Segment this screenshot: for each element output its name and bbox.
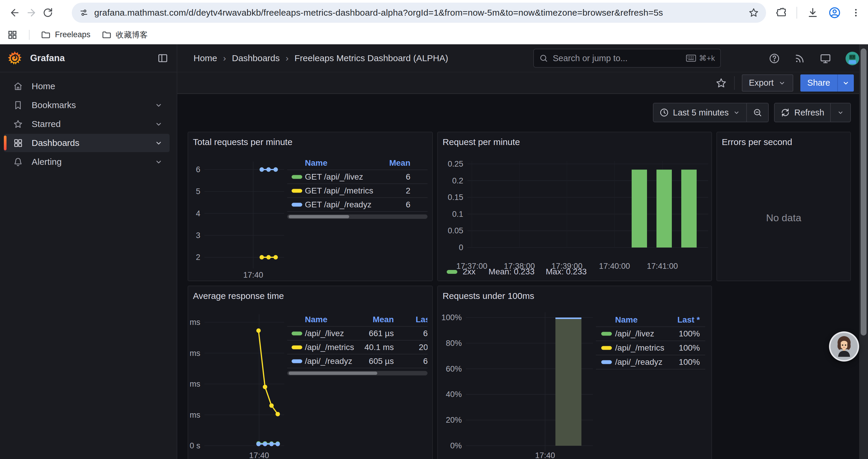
menu-kebab-icon[interactable] [851,8,861,18]
chevron-down-icon[interactable] [154,101,163,109]
site-settings-icon[interactable] [79,8,89,18]
browser-chrome: grafana.mathmast.com/d/deytv4rwavabkb/fr… [0,0,868,44]
legend-scrollbar-track[interactable] [287,215,428,219]
legend-column-header[interactable]: Last * [416,315,428,324]
svg-text:3: 3 [196,231,200,240]
legend-row[interactable]: /api/_/livez100% [596,327,705,341]
legend-cell: 2 [406,186,410,196]
bookmark-icon [13,100,23,110]
breadcrumb-dashboards[interactable]: Dashboards [232,53,280,63]
panel-total-requests[interactable]: Total requests per minute 6543217:40 Nam… [188,132,433,281]
legend-row[interactable]: GET /api/_/metrics2 [287,184,428,198]
legend-column-header[interactable]: Mean [389,158,410,168]
series-color-pill [291,345,302,349]
sidebar-item-alerting[interactable]: Alerting [4,153,169,171]
chevron-down-icon [837,109,844,117]
svg-text:17:40: 17:40 [243,270,263,280]
sidebar-item-bookmarks[interactable]: Bookmarks [4,96,169,114]
browser-toolbar: grafana.mathmast.com/d/deytv4rwavabkb/fr… [0,0,868,25]
refresh-button[interactable]: Refresh [775,103,830,122]
refresh-interval-dropdown[interactable] [830,103,850,122]
legend-series-name[interactable]: 2xx [463,267,476,276]
sidebar-collapse-icon[interactable] [157,53,168,64]
browser-forward-button[interactable] [23,4,39,21]
download-icon[interactable] [807,7,818,18]
sidebar-item-home[interactable]: Home [4,77,169,95]
panel-request-per-minute[interactable]: Request per minute 0.250.20.150.10.05017… [437,132,712,281]
legend-scrollbar-track[interactable] [287,371,428,375]
legend-cell: /api/_/livez [615,329,654,338]
grafana-sidebar: Grafana Home Bookmarks Starred Dashboard… [0,44,177,459]
breadcrumb: Home › Dashboards › Freeleaps Metrics Da… [193,53,448,63]
search-shortcut: ⌘+k [686,54,715,63]
chevron-down-icon[interactable] [154,138,163,147]
url-text[interactable]: grafana.mathmast.com/d/deytv4rwavabkb/fr… [94,8,748,18]
browser-reload-button[interactable] [39,4,56,21]
bookmark-folder-blogs[interactable]: 收藏博客 [102,30,148,40]
profile-icon[interactable] [829,6,841,19]
chevron-down-icon[interactable] [154,157,163,166]
panel-title[interactable]: Errors per second [722,137,792,147]
legend-row[interactable]: /api/_/readyz605 µs620 µs [287,355,428,368]
svg-text:0.15: 0.15 [447,193,463,202]
legend-row[interactable]: /api/_/metrics40.1 ms20.5 ms [287,340,428,355]
legend-row[interactable]: /api/_/readyz100% [596,355,705,369]
panel-title[interactable]: Request per minute [442,137,520,147]
svg-text:5: 5 [196,187,200,196]
news-rss-icon[interactable] [794,53,805,64]
zoom-out-button[interactable] [746,103,768,122]
user-avatar[interactable] [845,52,859,65]
search-icon [539,54,548,63]
time-range-picker[interactable]: Last 5 minutes [653,103,747,122]
legend-row[interactable]: /api/_/metrics100% [596,341,705,355]
chevron-down-icon[interactable] [154,120,163,129]
apps-grid-icon[interactable] [7,30,18,40]
legend-cell: 100% [679,343,700,353]
legend-row[interactable]: GET /api/_/livez6 [287,170,428,184]
legend-cell: /api/_/readyz [305,357,352,366]
browser-back-button[interactable] [6,4,23,21]
sidebar-item-dashboards[interactable]: Dashboards [4,134,169,152]
share-dropdown-button[interactable] [837,74,854,92]
page-scrollbar-thumb[interactable] [861,48,867,335]
legend-column-header[interactable]: Last * [677,315,700,325]
panel-title[interactable]: Total requests per minute [193,137,292,147]
monitor-icon[interactable] [819,53,831,64]
favorite-star-icon[interactable] [715,77,727,89]
legend-column-header[interactable]: Name [305,315,327,324]
legend-column-header[interactable]: Name [305,158,327,168]
search-input[interactable]: Search or jump to... ⌘+k [533,49,721,68]
share-button[interactable]: Share [800,74,837,92]
address-bar[interactable]: grafana.mathmast.com/d/deytv4rwavabkb/fr… [72,3,766,23]
bookmark-star-icon[interactable] [748,7,759,18]
floating-assistant-avatar[interactable] [829,331,859,362]
legend-row[interactable]: /api/_/livez661 µs646 µs [287,327,428,340]
export-button[interactable]: Export [742,74,793,92]
svg-text:4: 4 [196,209,200,218]
page-scrollbar-track[interactable] [859,44,868,459]
panel-average-response-time[interactable]: Average response time 80 ms60 ms40 ms20 … [188,286,433,459]
grafana-logo[interactable] [7,51,23,66]
sidebar-item-starred[interactable]: Starred [4,115,169,133]
bell-icon [13,157,23,167]
breadcrumb-home[interactable]: Home [193,53,217,63]
series-color-pill [601,346,612,350]
legend-column-header[interactable]: Name [615,315,638,325]
panel-title[interactable]: Requests under 100ms [442,291,534,301]
legend-scrollbar-thumb[interactable] [289,215,349,218]
breadcrumb-current: Freeleaps Metrics Dashboard (ALPHA) [294,53,448,63]
legend-scrollbar-thumb[interactable] [289,371,377,375]
panel-errors-per-second[interactable]: Errors per second No data [716,132,851,281]
svg-text:40%: 40% [446,390,462,399]
browser-toolbar-right [776,0,868,25]
bookmark-folder-freeleaps[interactable]: Freeleaps [41,30,90,40]
legend-column-header[interactable]: Mean [373,315,394,324]
legend-cell: 40.1 ms [364,342,394,352]
panel-title[interactable]: Average response time [193,291,284,301]
extensions-icon[interactable] [776,7,786,18]
help-icon[interactable] [769,53,780,64]
keyboard-icon [686,54,696,62]
legend-row[interactable]: GET /api/_/readyz6 [287,198,428,212]
svg-text:0: 0 [459,243,463,252]
panel-requests-under-100ms[interactable]: Requests under 100ms 100%80%60%40%20%0%1… [437,286,712,459]
